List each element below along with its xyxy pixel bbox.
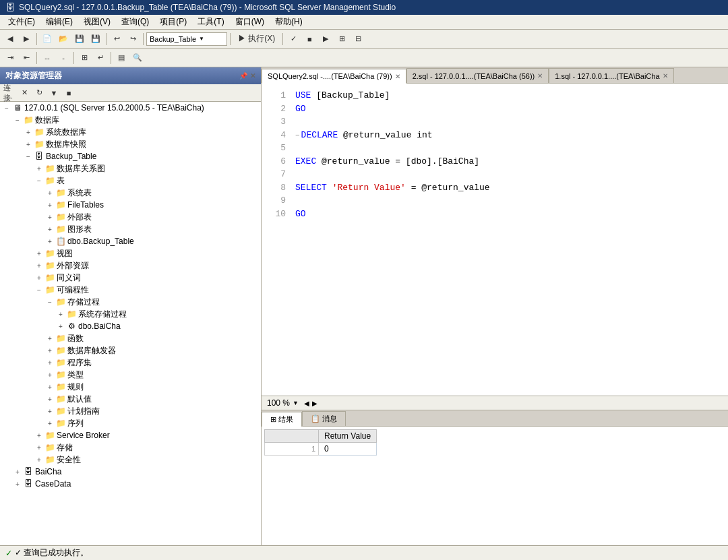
- tree-toggle-sysstoredprocs[interactable]: +: [55, 309, 66, 319]
- close-panel-icon[interactable]: ✕: [250, 72, 255, 80]
- debug-btn[interactable]: ▶: [318, 32, 333, 46]
- menu-view[interactable]: 视图(V): [78, 15, 116, 29]
- tree-toggle-programmability[interactable]: −: [34, 284, 44, 295]
- tree-item-programmability[interactable]: −📁可编程性: [0, 284, 261, 296]
- tree-toggle-baicha[interactable]: +: [12, 466, 23, 477]
- tree-toggle-sequences[interactable]: +: [44, 418, 55, 429]
- tree-toggle-plans[interactable]: +: [44, 406, 55, 416]
- tree-item-server[interactable]: −🖥127.0.0.1 (SQL Server 15.0.2000.5 - TE…: [0, 102, 261, 114]
- stop-btn[interactable]: ■: [302, 32, 317, 46]
- back-button[interactable]: ◀: [3, 32, 18, 46]
- save-all-btn[interactable]: 💾: [88, 32, 103, 46]
- parse-btn[interactable]: ✓: [286, 32, 301, 46]
- tree-item-sequences[interactable]: +📁序列: [0, 417, 261, 429]
- zoom-prev-icon[interactable]: ◀: [304, 400, 309, 407]
- tree-toggle-servicebroker[interactable]: +: [34, 430, 44, 441]
- tree-toggle-dbtriggers[interactable]: +: [44, 345, 55, 356]
- new-query-btn[interactable]: 📄: [40, 32, 55, 46]
- tree-item-sysstoredprocs[interactable]: +📁系统存储过程: [0, 308, 261, 320]
- tree-toggle-exttables[interactable]: +: [44, 212, 55, 222]
- tree-toggle-filetables[interactable]: +: [44, 199, 55, 210]
- filter-btn[interactable]: ▼: [47, 86, 61, 100]
- tree-toggle-databases[interactable]: −: [12, 115, 23, 125]
- tree-toggle-storedprocs[interactable]: −: [44, 297, 55, 307]
- tree-item-dbtriggers[interactable]: +📁数据库触发器: [0, 344, 261, 356]
- menu-project[interactable]: 项目(P): [154, 15, 192, 29]
- tree-item-casedata[interactable]: +🗄CaseData: [0, 478, 261, 490]
- connect-btn[interactable]: 连接·: [3, 86, 16, 100]
- tree-toggle-tables[interactable]: −: [34, 175, 44, 186]
- results-btn[interactable]: ⊞: [334, 32, 349, 46]
- menu-tools[interactable]: 工具(T): [192, 15, 229, 29]
- tree-toggle-backup_table[interactable]: −: [23, 151, 34, 162]
- zoom-next-icon[interactable]: ▶: [312, 400, 317, 407]
- tab-2sql[interactable]: 2.sql - 127.0.0.1....(TEA\BaiCha (56)) ✕: [406, 68, 549, 83]
- tree-toggle-graphtables[interactable]: +: [44, 224, 55, 235]
- grid-btn[interactable]: ⊟: [351, 32, 365, 46]
- sql-editor[interactable]: 12345678910 USE [Backup_Table]GO DECLARE…: [262, 84, 728, 396]
- redo-btn[interactable]: ↪: [125, 32, 140, 46]
- tree-toggle-views[interactable]: +: [34, 248, 44, 259]
- tree-item-baicha[interactable]: +🗄BaiCha: [0, 466, 261, 478]
- tree-toggle-storage[interactable]: +: [34, 442, 44, 453]
- menu-edit[interactable]: 编辑(E): [40, 15, 78, 29]
- zoom-in-btn[interactable]: 🔍: [130, 51, 145, 65]
- tree-item-systables[interactable]: +📁系统表: [0, 187, 261, 199]
- tree-item-dbo_backup[interactable]: +📋dbo.Backup_Table: [0, 235, 261, 247]
- tree-item-rules[interactable]: +📁规则: [0, 381, 261, 393]
- word-wrap-btn[interactable]: ↵: [93, 51, 108, 65]
- result-tab-messages[interactable]: 📋 消息: [302, 411, 346, 426]
- tree-item-storedprocs[interactable]: −📁存储过程: [0, 296, 261, 308]
- tree-toggle-casedata[interactable]: +: [12, 478, 23, 489]
- tree-item-assemblies[interactable]: +📁程序集: [0, 356, 261, 369]
- tree-item-graphtables[interactable]: +📁图形表: [0, 223, 261, 235]
- db-selector-dropdown[interactable]: Backup_Table ▼: [146, 32, 227, 46]
- tree-item-extresources[interactable]: +📁外部资源: [0, 259, 261, 272]
- tree-item-databases[interactable]: −📁数据库: [0, 114, 261, 126]
- tree-item-defaults[interactable]: +📁默认值: [0, 393, 261, 405]
- tree-item-security[interactable]: +📁安全性: [0, 454, 261, 466]
- tree-toggle-extresources[interactable]: +: [34, 260, 44, 271]
- execute-btn[interactable]: ▶ 执行(X): [233, 32, 280, 46]
- tree-item-storage[interactable]: +📁存储: [0, 441, 261, 454]
- menu-file[interactable]: 文件(E): [3, 15, 40, 29]
- tree-toggle-systemdb[interactable]: +: [23, 127, 34, 137]
- refresh-btn[interactable]: ↻: [32, 86, 46, 100]
- tree-toggle-synonyms[interactable]: +: [34, 272, 44, 283]
- close-tab-2sql[interactable]: ✕: [537, 72, 543, 80]
- tree-toggle-dbsnapshot[interactable]: +: [23, 139, 34, 150]
- tree-item-exttables[interactable]: +📁外部表: [0, 211, 261, 223]
- tree-item-systemdb[interactable]: +📁系统数据库: [0, 126, 261, 138]
- stop-refresh-btn[interactable]: ■: [62, 86, 75, 100]
- tree-item-dbdiagram[interactable]: +📁数据库关系图: [0, 162, 261, 175]
- tab-sqlquery2[interactable]: SQLQuery2.sql -....(TEA\BaiCha (79)) ✕: [262, 69, 406, 84]
- tree-item-servicebroker[interactable]: +📁Service Broker: [0, 429, 261, 441]
- tree-toggle-assemblies[interactable]: +: [44, 357, 55, 368]
- tree-toggle-defaults[interactable]: +: [44, 394, 55, 404]
- split-btn[interactable]: ▤: [114, 51, 129, 65]
- tree-toggle-rules[interactable]: +: [44, 381, 55, 392]
- open-btn[interactable]: 📂: [56, 32, 71, 46]
- outdent-btn[interactable]: ⇤: [19, 51, 34, 65]
- menu-query[interactable]: 查询(Q): [116, 15, 154, 29]
- tree-toggle-dbdiagram[interactable]: +: [34, 163, 44, 174]
- cols-btn[interactable]: ⊞: [77, 51, 92, 65]
- tab-1sql[interactable]: 1.sql - 127.0.0.1....(TEA\BaiCha ✕: [549, 68, 673, 83]
- uncomment-btn[interactable]: -: [56, 51, 71, 65]
- tree-item-synonyms[interactable]: +📁同义词: [0, 272, 261, 284]
- indent-btn[interactable]: ⇥: [3, 51, 18, 65]
- close-tab-1sql[interactable]: ✕: [663, 72, 668, 80]
- disconnect-btn[interactable]: ✕: [18, 86, 31, 100]
- tree-toggle-functions[interactable]: +: [44, 333, 55, 344]
- tree-toggle-server[interactable]: −: [1, 102, 12, 113]
- menu-help[interactable]: 帮助(H): [270, 15, 308, 29]
- tree-toggle-security[interactable]: +: [34, 454, 44, 465]
- tree-item-types[interactable]: +📁类型: [0, 369, 261, 381]
- zoom-dropdown-icon[interactable]: ▼: [293, 400, 299, 406]
- tree-item-dbo_baicha[interactable]: +⚙dbo.BaiCha: [0, 320, 261, 332]
- undo-btn[interactable]: ↩: [109, 32, 124, 46]
- tree-item-dbsnapshot[interactable]: +📁数据库快照: [0, 138, 261, 150]
- forward-button[interactable]: ▶: [19, 32, 34, 46]
- tree-item-tables[interactable]: −📁表: [0, 175, 261, 187]
- close-tab-sqlquery2[interactable]: ✕: [395, 73, 400, 80]
